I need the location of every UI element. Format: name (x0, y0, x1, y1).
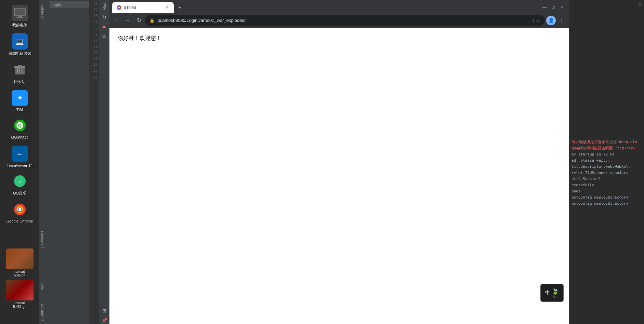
desktop-icon-label-teamviewer: TeamViewer 14 (7, 163, 33, 167)
window-minimize-btn[interactable]: — (541, 3, 548, 11)
run-stop-btn[interactable]: ■ (101, 23, 108, 30)
run-threads-btn[interactable]: ⊞ (101, 307, 108, 314)
ide-file-tree: Login (50, 0, 89, 324)
desktop-icon-label-pcmanager: 联想电脑管家 (9, 51, 31, 56)
lock-icon: 🔒 (149, 18, 155, 23)
ide-right-top: ⚙ (569, 0, 644, 137)
chrome-toolbar: ← → ↻ 🔒 localhost:8080/LoginDamo01_war_e… (109, 13, 569, 28)
console-line-4: ed, please wait... (571, 158, 641, 163)
window-maximize-btn[interactable]: □ (550, 3, 557, 11)
qqbrowser-icon-img: Q (12, 117, 28, 134)
chrome-icon-img (12, 201, 28, 218)
svg-rect-1 (18, 16, 22, 17)
input-method-power-icon: ○ (556, 295, 557, 298)
desktop-icon-chrome[interactable]: Google Chrome (4, 200, 35, 225)
tab-favorites[interactable]: 2: Favorites (40, 228, 49, 251)
run-panel-label: Run: (102, 2, 106, 10)
settings-icon[interactable]: ⚙ (638, 2, 642, 7)
toolbar-right: 👤 ⋮ (546, 16, 566, 25)
desktop-icon-pcmanager[interactable]: 💻 联想电脑管家 (4, 32, 35, 57)
profile-btn[interactable]: 👤 (546, 16, 556, 25)
desktop-icon-qqmusic[interactable]: ♪ QQ音乐 (4, 172, 35, 197)
file-item-tomcat1[interactable]: tomcat5.46.gif (6, 248, 34, 277)
file-item-tomcat2[interactable]: tomcat5.461.gif (6, 280, 34, 309)
svg-text:Q: Q (18, 123, 21, 128)
recycle-icon-img (12, 62, 28, 78)
new-tab-btn[interactable]: + (175, 3, 185, 12)
line-32: 32 (89, 7, 99, 13)
line-31: 31 (89, 1, 99, 7)
desktop-icon-img (12, 5, 28, 21)
chrome-tab-active[interactable]: $Title$ ✕ (112, 2, 174, 13)
line-43: 43 (89, 75, 99, 81)
input-method-widget: 中 🍃 ⚙ ○ (540, 284, 564, 302)
line-42: 42 (89, 68, 99, 75)
desktop-icon-qqbrowser[interactable]: Q QQ浏览器 (4, 116, 35, 141)
tab-structure[interactable]: Z: Structure (40, 301, 49, 324)
run-pin-btn[interactable]: 📌 (101, 316, 108, 324)
tab-project[interactable]: 1: Project (40, 2, 49, 22)
teamviewer-icon-img: ↔ (12, 146, 28, 162)
line-34: 34 (89, 19, 99, 25)
window-close-btn[interactable]: ✕ (558, 3, 566, 11)
desktop-icon-label-recycle: 回收站 (14, 79, 25, 84)
run-restart-btn[interactable]: ↻ (101, 13, 108, 21)
desktop-icon-label-qqbrowser: QQ浏览器 (11, 135, 28, 140)
run-reload-btn[interactable]: ⟳ (101, 32, 108, 40)
line-40: 40 (89, 56, 99, 62)
svg-point-17 (18, 208, 21, 211)
tab-title: $Title$ (124, 5, 162, 10)
run-panel: Run: ↻ ■ ⟳ ⊞ 📌 (99, 0, 109, 324)
page-greeting-text: 你好呀！欢迎您！ (118, 35, 561, 42)
svg-rect-0 (14, 8, 25, 16)
desktop-icon-label-chrome: Google Chrome (6, 219, 33, 223)
console-line-1: 请求地址满足符合条件执行 keep-nio (571, 139, 641, 145)
nav-forward-btn[interactable]: → (123, 16, 133, 25)
chrome-content: 你好呀！欢迎您！ (109, 28, 569, 324)
address-bar[interactable]: 🔒 localhost:8080/LoginDamo01_war_explode… (145, 15, 545, 26)
file-label-tomcat2: tomcat5.461.gif (13, 301, 26, 309)
svg-line-8 (22, 68, 22, 73)
console-line-10: ostConfig.deployDirectory (571, 195, 641, 200)
bookmark-star-icon[interactable]: ☆ (536, 18, 540, 23)
ide-right-panel: ⚙ 请求地址满足符合条件执行 keep-nio 够继续响呢响应器监听删 "ajp… (569, 0, 644, 324)
nav-reload-btn[interactable]: ↻ (134, 16, 144, 25)
line-36: 36 (89, 31, 99, 38)
input-method-settings-icon: ⚙ (552, 295, 555, 298)
console-line-9: onds (571, 189, 641, 194)
qqmusic-icon-img: ♪ (12, 173, 28, 189)
nav-back-btn[interactable]: ← (112, 16, 122, 25)
line-33: 33 (89, 13, 99, 19)
console-line-2: 够继续响呢响应器监听删 "ajp-nio- (571, 146, 641, 151)
file-label-tomcat1: tomcat5.46.gif (14, 270, 25, 277)
tab-web[interactable]: Web (40, 280, 49, 292)
chrome-menu-btn[interactable]: ⋮ (556, 16, 566, 25)
svg-rect-5 (18, 65, 22, 67)
ide-login-item[interactable]: Login (50, 1, 89, 8)
cursor-indicator: | (533, 18, 534, 23)
desktop-icon-teamviewer[interactable]: ↔ TeamViewer 14 (4, 144, 35, 169)
file-thumb-tomcat1 (6, 248, 34, 269)
line-35: 35 (89, 25, 99, 31)
svg-text:♪: ♪ (18, 178, 21, 184)
line-41: 41 (89, 62, 99, 68)
window-controls: — □ ✕ (541, 3, 566, 11)
svg-line-6 (17, 68, 18, 73)
desktop-icon-desktop[interactable]: 我的电脑 (4, 3, 35, 29)
input-method-leaf-icon: 🍃 (551, 287, 559, 295)
tim-icon-img: ✦ (12, 90, 28, 106)
chrome-window: $Title$ ✕ + — □ ✕ ← → ↻ 🔒 localhost:8080… (109, 0, 569, 324)
console-line-8: ccessfully (571, 183, 641, 188)
tab-close-btn[interactable]: ✕ (164, 5, 170, 10)
ide-sidebar-tabs: 1: Project 2: Favorites Web Z: Structure (39, 0, 50, 324)
console-line-7: util.Session1 (571, 176, 641, 182)
console-line-5: til.descriptor.web.WebXml. (571, 164, 641, 170)
line-37: 37 (89, 38, 99, 44)
desktop-icon-label-desktop: 我的电脑 (12, 23, 27, 28)
desktop-icon-tim[interactable]: ✦ TIM (4, 89, 35, 113)
desktop-icon-recycle[interactable]: 回收站 (4, 60, 35, 86)
main-area: $Title$ ✕ + — □ ✕ ← → ↻ 🔒 localhost:8080… (109, 0, 569, 324)
ide-line-numbers: 31 32 33 34 35 36 37 38 39 40 41 42 43 (89, 0, 99, 324)
input-method-text: 中 (545, 290, 550, 296)
chrome-titlebar: $Title$ ✕ + — □ ✕ (109, 0, 569, 13)
